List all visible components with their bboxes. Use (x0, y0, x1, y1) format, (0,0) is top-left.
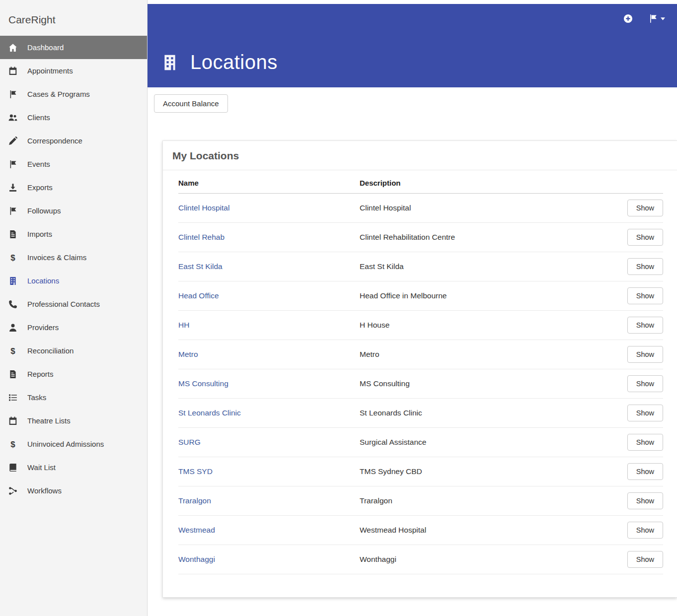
sidebar-item-label: Locations (27, 276, 59, 285)
location-description: Westmead Hospital (360, 516, 603, 545)
sidebar-item-label: Uninvoiced Admissions (27, 440, 104, 448)
location-description: TMS Sydney CBD (360, 457, 603, 486)
show-button[interactable]: Show (627, 287, 663, 304)
table-row: Westmead Westmead Hospital Show (178, 516, 663, 545)
location-link[interactable]: Head Office (178, 291, 219, 300)
dollar-icon: $ (8, 440, 18, 449)
show-button[interactable]: Show (627, 258, 663, 275)
users-icon (8, 113, 18, 122)
sidebar-item-label: Theatre Lists (27, 416, 71, 425)
column-header-actions (603, 170, 663, 194)
sidebar-item-label: Wait List (27, 463, 56, 472)
sidebar-item-label: Events (27, 160, 50, 168)
table-row: TMS SYD TMS Sydney CBD Show (178, 457, 663, 486)
phone-icon (8, 300, 18, 309)
show-button[interactable]: Show (627, 346, 663, 363)
location-link[interactable]: Wonthaggi (178, 555, 215, 563)
show-button[interactable]: Show (627, 200, 663, 216)
table-row: East St Kilda East St Kilda Show (178, 252, 663, 281)
show-button[interactable]: Show (627, 229, 663, 246)
locations-table: Name Description Clintel Hospital Clinte… (178, 170, 663, 574)
sidebar-item-label: Cases & Programs (27, 90, 90, 98)
sidebar-item-correspondence[interactable]: Correspondence (0, 129, 147, 152)
location-link[interactable]: St Leonards Clinic (178, 409, 241, 417)
sidebar-item-theatre-lists[interactable]: Theatre Lists (0, 409, 147, 432)
location-link[interactable]: Westmead (178, 526, 215, 534)
flag-icon (8, 160, 18, 169)
calendar-icon (8, 67, 18, 75)
sidebar-item-label: Appointments (27, 67, 73, 75)
location-link[interactable]: Clintel Rehab (178, 233, 225, 241)
svg-text:$: $ (10, 253, 15, 262)
page-title: Locations (190, 51, 278, 73)
building-icon (161, 54, 178, 71)
account-balance-button[interactable]: Account Balance (154, 94, 228, 113)
sidebar-item-imports[interactable]: Imports (0, 222, 147, 246)
location-link[interactable]: Metro (178, 350, 198, 358)
calendar-icon (8, 416, 18, 425)
show-button[interactable]: Show (627, 375, 663, 392)
location-description: Head Office in Melbourne (360, 281, 603, 311)
sidebar-item-events[interactable]: Events (0, 152, 147, 176)
show-button[interactable]: Show (627, 522, 663, 539)
show-button[interactable]: Show (627, 551, 663, 568)
table-row: Head Office Head Office in Melbourne Sho… (178, 281, 663, 311)
sidebar-item-uninvoiced-admissions[interactable]: $ Uninvoiced Admissions (0, 432, 147, 456)
sidebar-item-cases-programs[interactable]: Cases & Programs (0, 82, 147, 106)
show-button[interactable]: Show (627, 434, 663, 451)
app-logo: CareRight (0, 0, 147, 36)
location-link[interactable]: SURG (178, 438, 201, 446)
show-button[interactable]: Show (627, 463, 663, 480)
location-link[interactable]: TMS SYD (178, 467, 213, 476)
sidebar-item-reconciliation[interactable]: $ Reconciliation (0, 339, 147, 362)
column-header-name: Name (178, 170, 360, 194)
table-header-row: Name Description (178, 170, 663, 194)
sidebar-item-label: Clients (27, 113, 50, 122)
sidebar-item-professional-contacts[interactable]: Professional Contacts (0, 292, 147, 316)
sidebar-item-locations[interactable]: Locations (0, 269, 147, 292)
location-description: Traralgon (360, 486, 603, 516)
show-button[interactable]: Show (627, 492, 663, 509)
table-row: SURG Surgical Assistance Show (178, 428, 663, 457)
location-link[interactable]: East St Kilda (178, 262, 223, 271)
svg-text:$: $ (10, 346, 15, 355)
file-icon (8, 230, 18, 239)
table-row: MS Consulting MS Consulting Show (178, 369, 663, 399)
location-link[interactable]: MS Consulting (178, 379, 228, 388)
sidebar-item-clients[interactable]: Clients (0, 106, 147, 129)
column-header-description: Description (360, 170, 603, 194)
sidebar-item-exports[interactable]: Exports (0, 176, 147, 199)
location-description: MS Consulting (360, 369, 603, 399)
sidebar-item-label: Invoices & Claims (27, 253, 86, 262)
list-icon (8, 393, 18, 402)
sidebar-item-label: Followups (27, 206, 61, 215)
show-button[interactable]: Show (627, 317, 663, 334)
sidebar-item-invoices-claims[interactable]: $ Invoices & Claims (0, 246, 147, 269)
book-icon (8, 463, 18, 472)
location-link[interactable]: HH (178, 321, 189, 329)
sidebar-item-label: Correspondence (27, 137, 82, 145)
svg-text:$: $ (10, 440, 15, 449)
table-row: Clintel Hospital Clintel Hospital Show (178, 194, 663, 223)
sidebar-item-workflows[interactable]: Workflows (0, 479, 147, 502)
flag-icon (8, 90, 18, 99)
location-link[interactable]: Traralgon (178, 496, 211, 505)
my-locations-panel: My Locations Name Description Clintel Ho… (162, 140, 677, 598)
location-description: East St Kilda (360, 252, 603, 281)
page-title-row: Locations (161, 51, 278, 73)
sidebar-item-followups[interactable]: Followups (0, 199, 147, 222)
location-description: Clintel Hospital (360, 194, 603, 223)
add-button[interactable] (623, 14, 633, 23)
sidebar-item-appointments[interactable]: Appointments (0, 59, 147, 82)
sidebar-item-reports[interactable]: Reports (0, 362, 147, 386)
sidebar-item-wait-list[interactable]: Wait List (0, 456, 147, 479)
show-button[interactable]: Show (627, 405, 663, 421)
location-description: Clintel Rehabilitation Centre (360, 223, 603, 252)
table-row: St Leonards Clinic St Leonards Clinic Sh… (178, 399, 663, 428)
location-link[interactable]: Clintel Hospital (178, 204, 229, 212)
flag-menu-button[interactable] (649, 14, 665, 23)
workflow-icon (8, 486, 18, 495)
sidebar-item-tasks[interactable]: Tasks (0, 386, 147, 409)
sidebar-item-providers[interactable]: Providers (0, 316, 147, 339)
sidebar-item-dashboard[interactable]: Dashboard (0, 36, 147, 59)
